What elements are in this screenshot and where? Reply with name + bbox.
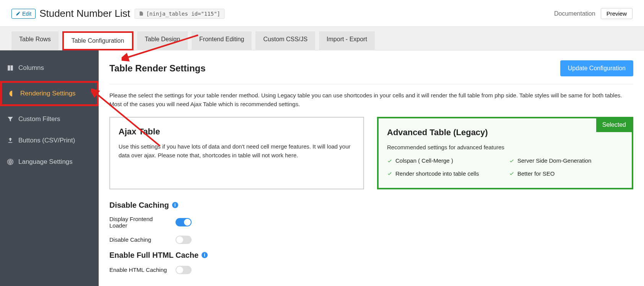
tab-import-export[interactable]: Import - Export bbox=[319, 31, 375, 50]
info-icon[interactable]: i bbox=[202, 252, 208, 258]
sidebar-item-label: Buttons (CSV/Print) bbox=[18, 137, 75, 144]
section-label: Disable Caching bbox=[109, 201, 169, 210]
card-ajax-table[interactable]: Ajax Table Use this settings if you have… bbox=[109, 117, 364, 189]
feature-list: Colspan ( Cell-Merge ) Server Side Dom-G… bbox=[387, 156, 623, 178]
sidebar-item-label: Custom Filters bbox=[18, 115, 60, 123]
check-icon bbox=[509, 158, 514, 163]
check-icon bbox=[387, 158, 392, 163]
toggle-display-loader[interactable] bbox=[176, 218, 192, 226]
page-title: Student Number List bbox=[39, 8, 130, 19]
option-label: Display Frontend Loader bbox=[109, 216, 169, 229]
main-panel: Table Render Settings Update Configurati… bbox=[99, 50, 644, 286]
card-advanced-table-legacy[interactable]: Selected Advanced Table (Legacy) Recomme… bbox=[377, 117, 633, 189]
feature-item: Colspan ( Cell-Merge ) bbox=[387, 156, 501, 165]
pencil-icon bbox=[16, 11, 21, 16]
layout: Columns Rendering Settings Custom Filter… bbox=[0, 50, 644, 286]
topbar: Edit Student Number List [ninja_tables i… bbox=[0, 0, 644, 27]
option-label: Enable HTML Caching bbox=[109, 267, 169, 273]
preview-button[interactable]: Preview bbox=[601, 8, 633, 19]
section-heading: Table Render Settings bbox=[109, 63, 206, 74]
card-desc: Recommended settings for advanced featur… bbox=[387, 143, 623, 152]
documentation-link[interactable]: Documentation bbox=[554, 10, 595, 17]
render-option-cards: Ajax Table Use this settings if you have… bbox=[109, 117, 633, 189]
section-enable-html-cache: Enable Full HTML Cache i bbox=[109, 251, 633, 260]
option-row-html-caching: Enable HTML Caching bbox=[109, 266, 633, 274]
option-row-display-loader: Display Frontend Loader bbox=[109, 216, 633, 229]
selected-badge: Selected bbox=[596, 118, 632, 132]
sidebar-item-label: Columns bbox=[18, 64, 44, 72]
toggle-disable-caching[interactable] bbox=[176, 236, 192, 244]
language-icon bbox=[7, 158, 14, 165]
document-icon bbox=[139, 11, 144, 16]
feature-label: Server Side Dom-Generation bbox=[517, 156, 591, 165]
sidebar-item-language-settings[interactable]: Language Settings bbox=[0, 151, 99, 173]
tab-custom-css-js[interactable]: Custom CSS/JS bbox=[255, 31, 315, 50]
toggle-html-caching[interactable] bbox=[176, 266, 192, 274]
feature-label: Colspan ( Cell-Merge ) bbox=[395, 156, 453, 165]
section-label: Enable Full HTML Cache bbox=[109, 251, 198, 260]
sidebar-item-label: Rendering Settings bbox=[20, 90, 76, 97]
edit-label: Edit bbox=[22, 11, 31, 17]
tab-table-rows[interactable]: Table Rows bbox=[11, 31, 59, 50]
feature-label: Render shortcode into table cells bbox=[395, 169, 479, 178]
tab-frontend-editing[interactable]: Frontend Editing bbox=[192, 31, 252, 50]
option-label: Disable Caching bbox=[109, 236, 169, 243]
card-title: Ajax Table bbox=[119, 125, 355, 138]
check-icon bbox=[509, 171, 514, 176]
feature-item: Better for SEO bbox=[509, 169, 623, 178]
sidebar: Columns Rendering Settings Custom Filter… bbox=[0, 50, 99, 286]
edit-button[interactable]: Edit bbox=[11, 9, 36, 19]
tab-table-configuration[interactable]: Table Configuration bbox=[62, 31, 133, 50]
sidebar-item-buttons[interactable]: Buttons (CSV/Print) bbox=[0, 130, 99, 151]
sidebar-item-columns[interactable]: Columns bbox=[0, 57, 99, 79]
section-disable-caching: Disable Caching i bbox=[109, 201, 633, 210]
sidebar-item-custom-filters[interactable]: Custom Filters bbox=[0, 108, 99, 130]
card-desc: Use this settings if you have lots of da… bbox=[119, 142, 355, 160]
tab-table-design[interactable]: Table Design bbox=[137, 31, 188, 50]
check-icon bbox=[387, 171, 392, 176]
sidebar-item-rendering-settings[interactable]: Rendering Settings bbox=[0, 81, 99, 106]
shortcode-text: [ninja_tables id="115"] bbox=[146, 11, 220, 17]
main-header: Table Render Settings Update Configurati… bbox=[109, 60, 633, 84]
option-row-disable-caching: Disable Caching bbox=[109, 236, 633, 244]
feature-item: Render shortcode into table cells bbox=[387, 169, 501, 178]
shortcode-box[interactable]: [ninja_tables id="115"] bbox=[135, 9, 224, 19]
feature-label: Better for SEO bbox=[517, 169, 555, 178]
tab-bar: Table Rows Table Configuration Table Des… bbox=[0, 27, 644, 50]
update-configuration-button[interactable]: Update Configuration bbox=[560, 60, 633, 76]
description-text: Please the select the settings for your … bbox=[109, 91, 633, 108]
render-icon bbox=[9, 90, 16, 97]
sidebar-item-label: Language Settings bbox=[18, 158, 73, 166]
card-title: Advanced Table (Legacy) bbox=[387, 126, 623, 139]
columns-icon bbox=[7, 65, 14, 71]
feature-item: Server Side Dom-Generation bbox=[509, 156, 623, 165]
info-icon[interactable]: i bbox=[172, 202, 178, 208]
filter-icon bbox=[7, 116, 14, 123]
topbar-right: Documentation Preview bbox=[554, 8, 633, 19]
export-icon bbox=[7, 137, 14, 144]
